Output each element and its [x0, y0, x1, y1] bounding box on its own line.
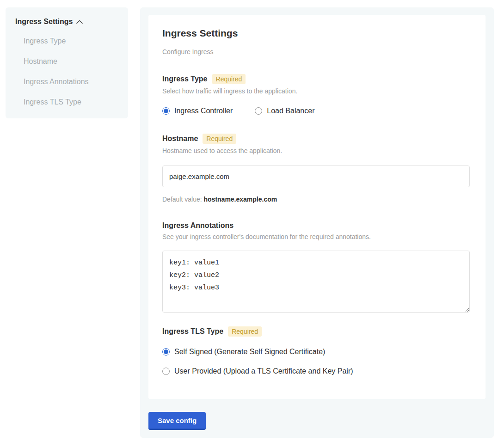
- tls-type-required-badge: Required: [228, 326, 262, 337]
- sidebar-item-hostname[interactable]: Hostname: [24, 57, 119, 66]
- sidebar-item-ingress-type[interactable]: Ingress Type: [24, 37, 119, 45]
- config-nav-sidebar: Ingress Settings Ingress Type Hostname I…: [6, 7, 128, 118]
- sidebar-group-label: Ingress Settings: [15, 18, 73, 26]
- hostname-input[interactable]: [162, 166, 470, 187]
- radio-option-self-signed[interactable]: Self Signed (Generate Self Signed Certif…: [162, 348, 470, 356]
- radio-icon[interactable]: [255, 107, 262, 115]
- ingress-type-required-badge: Required: [212, 74, 246, 84]
- annotations-textarea[interactable]: key1: value1 key2: value2 key3: value3: [162, 251, 470, 313]
- chevron-up-icon: [76, 20, 83, 24]
- radio-icon[interactable]: [162, 348, 170, 356]
- ingress-type-label: Ingress Type: [162, 75, 208, 83]
- hostname-default-line: Default value: hostname.example.com: [162, 196, 470, 203]
- sidebar-item-ingress-annotations[interactable]: Ingress Annotations: [24, 78, 119, 86]
- radio-label[interactable]: User Provided (Upload a TLS Certificate …: [174, 367, 353, 375]
- radio-icon[interactable]: [162, 368, 170, 375]
- radio-option-user-provided[interactable]: User Provided (Upload a TLS Certificate …: [162, 367, 470, 375]
- main-panel: Ingress Settings Configure Ingress Ingre…: [140, 7, 494, 438]
- hostname-help: Hostname used to access the application.: [162, 147, 470, 154]
- radio-icon[interactable]: [162, 107, 170, 115]
- radio-label[interactable]: Load Balancer: [267, 107, 314, 115]
- hostname-required-badge: Required: [203, 134, 236, 144]
- tls-type-options: Self Signed (Generate Self Signed Certif…: [162, 348, 470, 375]
- sidebar-group-ingress-settings[interactable]: Ingress Settings: [15, 18, 119, 26]
- ingress-settings-card: Ingress Settings Configure Ingress Ingre…: [148, 15, 486, 399]
- section-hostname: Hostname Required Hostname used to acces…: [162, 134, 470, 203]
- tls-type-label: Ingress TLS Type: [162, 327, 223, 336]
- ingress-type-help: Select how traffic will ingress to the a…: [162, 87, 470, 95]
- annotations-help: See your ingress controller's documentat…: [162, 233, 470, 240]
- page-title: Ingress Settings: [162, 28, 470, 39]
- section-ingress-tls-type: Ingress TLS Type Required Self Signed (G…: [162, 326, 470, 375]
- radio-label[interactable]: Ingress Controller: [174, 107, 233, 115]
- section-ingress-type: Ingress Type Required Select how traffic…: [162, 74, 470, 115]
- page-subtitle: Configure Ingress: [162, 48, 470, 55]
- radio-option-ingress-controller[interactable]: Ingress Controller: [162, 107, 233, 115]
- radio-option-load-balancer[interactable]: Load Balancer: [255, 107, 314, 115]
- radio-label[interactable]: Self Signed (Generate Self Signed Certif…: [174, 348, 325, 356]
- sidebar-item-ingress-tls-type[interactable]: Ingress TLS Type: [24, 98, 119, 106]
- default-value-text: hostname.example.com: [204, 196, 277, 203]
- default-value-label: Default value:: [162, 196, 204, 203]
- annotations-label: Ingress Annotations: [162, 221, 234, 230]
- section-ingress-annotations: Ingress Annotations See your ingress con…: [162, 221, 470, 314]
- ingress-type-options: Ingress Controller Load Balancer: [162, 107, 470, 115]
- sidebar-items: Ingress Type Hostname Ingress Annotation…: [15, 37, 119, 106]
- page: Ingress Settings Ingress Type Hostname I…: [0, 0, 504, 448]
- save-config-button[interactable]: Save config: [148, 412, 206, 430]
- hostname-label: Hostname: [162, 135, 198, 143]
